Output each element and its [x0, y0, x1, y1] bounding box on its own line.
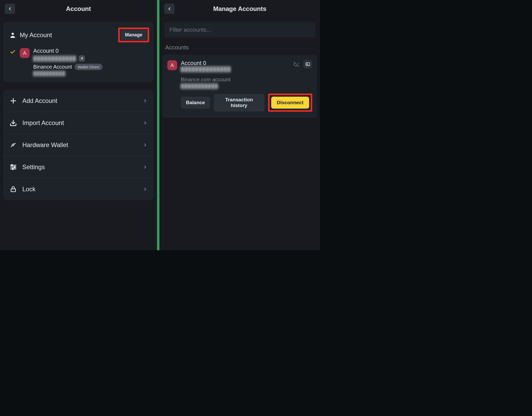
selected-account-row[interactable]: A Account 0 ████████████ Binance Account…	[3, 46, 154, 82]
my-account-title: My Account	[20, 31, 52, 39]
svg-rect-11	[12, 168, 14, 170]
lock-icon	[9, 186, 17, 193]
download-icon	[9, 119, 17, 127]
chevron-right-icon	[143, 121, 148, 125]
chevron-right-icon	[143, 165, 148, 169]
binance-row: Binance Account Wallet Direct	[33, 64, 148, 70]
plus-icon	[9, 97, 17, 104]
menu-add-account[interactable]: Add Account	[3, 90, 154, 112]
svg-point-15	[307, 64, 308, 65]
header: Account	[0, 0, 157, 19]
account-card-top: A Account 0 ██████████████	[167, 60, 312, 72]
external-link-icon[interactable]	[79, 55, 85, 62]
account-name: Account 0	[33, 48, 148, 54]
svg-rect-10	[14, 167, 15, 168]
hide-icon[interactable]	[292, 60, 301, 69]
highlight-disconnect: Disconnect	[268, 94, 312, 112]
account-card: A Account 0 ██████████████ Binance.com a…	[163, 55, 317, 117]
panel-account: Account My Account Manage A Account 0 ██…	[0, 0, 157, 250]
my-account-title-group: My Account	[9, 31, 52, 39]
plug-icon	[9, 141, 17, 149]
chevron-right-icon	[143, 143, 148, 147]
balance-button[interactable]: Balance	[181, 97, 210, 109]
my-account-header: My Account Manage	[3, 22, 154, 46]
account-actions: Balance Transaction history Disconnect	[181, 94, 312, 112]
account-address-row: ████████████	[33, 55, 148, 62]
chevron-right-icon	[143, 187, 148, 192]
disconnect-button[interactable]: Disconnect	[271, 97, 309, 109]
avatar: A	[20, 48, 30, 58]
person-icon	[9, 32, 16, 38]
menu-label: Settings	[22, 163, 45, 171]
menu-hardware-wallet[interactable]: Hardware Wallet	[3, 134, 154, 156]
page-title: Manage Accounts	[213, 5, 266, 12]
back-button[interactable]	[5, 4, 15, 14]
panel-divider	[157, 0, 159, 250]
manage-button[interactable]: Manage	[120, 30, 147, 40]
menu-import-account[interactable]: Import Account	[3, 112, 154, 134]
chevron-left-icon	[8, 6, 12, 11]
binance-account-label: Binance Account	[33, 64, 72, 70]
account-info: Account 0 ████████████ Binance Account W…	[33, 48, 148, 76]
back-button[interactable]	[164, 4, 175, 14]
chevron-right-icon	[143, 98, 148, 103]
menu-card: Add Account Import Account Har	[3, 90, 154, 200]
account-card-info: Account 0 ██████████████	[181, 60, 288, 72]
menu-label: Import Account	[22, 119, 64, 127]
account-name: Account 0	[181, 60, 288, 67]
account-address: ████████████	[33, 56, 76, 61]
my-account-card: My Account Manage A Account 0 ██████████…	[3, 22, 154, 82]
transaction-history-button[interactable]: Transaction history	[214, 94, 264, 111]
panel-manage-accounts: Manage Accounts Accounts A Account 0 ███…	[159, 0, 320, 250]
svg-rect-9	[11, 165, 12, 166]
header: Manage Accounts	[159, 0, 320, 19]
chevron-left-icon	[167, 6, 172, 11]
menu-settings[interactable]: Settings	[3, 156, 154, 178]
highlight-manage: Manage	[118, 28, 149, 42]
filter-accounts-input[interactable]	[169, 27, 310, 33]
sliders-icon	[9, 163, 17, 171]
binance-com-label: Binance.com account	[181, 77, 312, 83]
search-wrap[interactable]	[164, 22, 315, 37]
wallet-direct-pill: Wallet Direct	[75, 64, 103, 70]
svg-rect-12	[11, 189, 15, 192]
avatar: A	[167, 60, 177, 70]
binance-account-id: ██████████	[33, 71, 148, 76]
check-icon	[9, 49, 16, 55]
svg-point-0	[12, 32, 14, 35]
menu-lock[interactable]: Lock	[3, 178, 154, 200]
accounts-section-label: Accounts	[159, 42, 320, 55]
account-address: ██████████████	[181, 67, 231, 72]
menu-label: Add Account	[22, 97, 57, 104]
rename-icon[interactable]	[303, 60, 312, 69]
page-title: Account	[66, 5, 91, 12]
account-card-actions	[292, 60, 312, 69]
menu-label: Lock	[22, 186, 36, 193]
binance-com-id: ███████████	[181, 84, 218, 89]
menu-label: Hardware Wallet	[22, 141, 68, 149]
